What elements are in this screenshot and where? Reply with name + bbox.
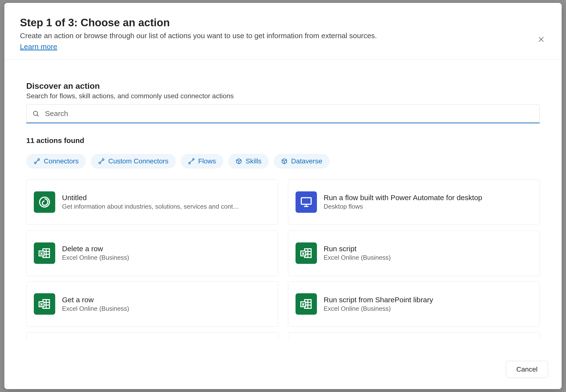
action-title: Untitled <box>62 194 271 202</box>
search-icon <box>32 110 40 118</box>
filter-label: Dataverse <box>291 157 322 165</box>
action-text: Run a flow built with Power Automate for… <box>324 194 532 210</box>
svg-rect-13 <box>301 198 311 204</box>
step-subtitle: Create an action or browse through our l… <box>20 30 546 41</box>
action-card-run-flow-desktop[interactable]: Run a flow built with Power Automate for… <box>288 179 540 225</box>
filter-connectors[interactable]: Connectors <box>26 154 86 168</box>
modal-footer: Cancel <box>4 351 562 389</box>
action-card-more[interactable] <box>26 332 278 339</box>
excel-icon <box>296 242 317 264</box>
action-title: Get a row <box>62 296 271 304</box>
learn-more-link[interactable]: Learn more <box>20 42 57 51</box>
search-container <box>26 104 540 123</box>
modal-body: Discover an action Search for flows, ski… <box>4 59 562 351</box>
close-icon <box>538 36 545 43</box>
action-text: Run script from SharePoint library Excel… <box>324 296 532 312</box>
action-card-run-script-sharepoint[interactable]: Run script from SharePoint library Excel… <box>288 281 540 327</box>
step-title: Step 1 of 3: Choose an action <box>20 16 546 29</box>
results-count: 11 actions found <box>26 136 540 145</box>
filter-skills[interactable]: Skills <box>228 154 269 168</box>
filter-pills: Connectors Custom Connectors Flows Skill… <box>26 154 540 168</box>
action-title: Delete a row <box>62 245 271 253</box>
action-card-run-script[interactable]: Run script Excel Online (Business) <box>288 230 540 276</box>
action-card-more[interactable] <box>288 332 540 339</box>
action-text: Untitled Get information about industrie… <box>62 194 271 210</box>
svg-point-8 <box>189 162 190 164</box>
excel-icon <box>34 242 55 264</box>
cancel-button[interactable]: Cancel <box>506 361 548 378</box>
filter-label: Connectors <box>44 157 79 165</box>
action-title: Run script from SharePoint library <box>324 296 532 304</box>
desktop-icon <box>296 191 317 213</box>
action-card-delete-row[interactable]: Delete a row Excel Online (Business) <box>26 230 278 276</box>
plug-icon <box>98 158 105 165</box>
svg-line-3 <box>37 115 38 116</box>
action-subtitle: Desktop flows <box>324 203 532 210</box>
swirl-icon <box>34 191 55 213</box>
filter-label: Skills <box>246 157 261 165</box>
action-title: Run a flow built with Power Automate for… <box>324 194 532 202</box>
plug-icon <box>34 158 40 165</box>
filter-label: Custom Connectors <box>108 157 168 165</box>
action-subtitle: Excel Online (Business) <box>62 305 271 312</box>
search-input[interactable] <box>26 104 540 123</box>
action-subtitle: Get information about industries, soluti… <box>62 203 271 210</box>
excel-icon <box>34 293 55 315</box>
action-subtitle: Excel Online (Business) <box>324 305 532 312</box>
close-button[interactable] <box>536 35 546 44</box>
flow-icon <box>188 158 195 165</box>
discover-subtitle: Search for flows, skill actions, and com… <box>26 92 540 100</box>
action-subtitle: Excel Online (Business) <box>62 254 271 261</box>
filter-custom-connectors[interactable]: Custom Connectors <box>91 154 176 168</box>
filter-label: Flows <box>198 157 216 165</box>
action-text: Get a row Excel Online (Business) <box>62 296 271 312</box>
discover-title: Discover an action <box>26 81 540 91</box>
action-text: Run script Excel Online (Business) <box>324 245 532 261</box>
svg-point-9 <box>193 159 194 160</box>
action-card-untitled[interactable]: Untitled Get information about industrie… <box>26 179 278 225</box>
modal-header: Step 1 of 3: Choose an action Create an … <box>4 3 562 59</box>
choose-action-modal: Step 1 of 3: Choose an action Create an … <box>4 3 562 389</box>
svg-point-2 <box>33 111 37 115</box>
cube-icon <box>281 158 288 165</box>
action-card-get-row[interactable]: Get a row Excel Online (Business) <box>26 281 278 327</box>
action-subtitle: Excel Online (Business) <box>324 254 532 261</box>
filter-dataverse[interactable]: Dataverse <box>274 154 330 168</box>
filter-flows[interactable]: Flows <box>181 154 223 168</box>
actions-grid: Untitled Get information about industrie… <box>26 179 540 346</box>
excel-icon <box>296 293 317 315</box>
cube-icon <box>235 158 242 165</box>
action-title: Run script <box>324 245 532 253</box>
action-text: Delete a row Excel Online (Business) <box>62 245 271 261</box>
